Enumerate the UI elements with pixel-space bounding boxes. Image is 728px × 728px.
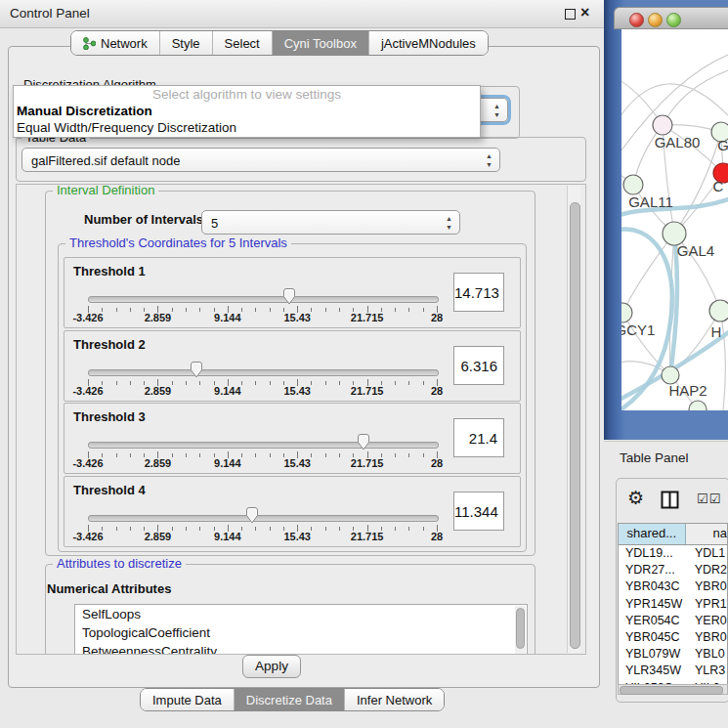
table-row[interactable]: YER054CYER0 — [619, 613, 727, 629]
numerical-attributes-label: Numerical Attributes — [47, 581, 171, 596]
slider-tick-label: 9.144 — [198, 385, 257, 397]
cell-name: YBR0 — [692, 629, 727, 646]
algorithm-popup: Select algorithm to view settings Manual… — [13, 85, 481, 138]
minimize-window-icon[interactable] — [648, 13, 663, 27]
threshold-value-field[interactable]: 21.4 — [453, 418, 504, 457]
tab-network[interactable]: Network — [71, 31, 159, 55]
slider-tick-label: 21.715 — [338, 385, 397, 397]
threshold-value-field[interactable]: 6.316 — [453, 346, 504, 385]
table-row[interactable]: YBR043CYBR0 — [619, 578, 727, 595]
cell-shared-name: YBR045C — [619, 629, 692, 646]
attributes-scrollbar-thumb[interactable] — [516, 608, 525, 649]
float-panel-icon[interactable] — [565, 9, 576, 20]
slider-tick-label: 28 — [407, 385, 466, 397]
divider — [604, 441, 728, 442]
settings-scroll-panel: Interval Definition Number of Intervals … — [16, 184, 586, 655]
threshold-value-field[interactable]: 14.713 — [453, 273, 504, 312]
table-row[interactable]: YDL19...YDL1 — [619, 545, 727, 562]
network-node-gal80[interactable] — [653, 115, 672, 135]
popup-placeholder-item: Select algorithm to view settings — [14, 86, 480, 103]
close-panel-icon[interactable]: × — [580, 4, 589, 21]
network-graph: GAL80GCGAL11GAL4GCY1HHAP2 — [621, 29, 728, 410]
slider-tick-label: 21.715 — [338, 312, 397, 323]
combo-stepper-icon: ▲▼ — [446, 214, 452, 232]
tab-cyni-toolbox[interactable]: Cyni Toolbox — [272, 31, 368, 55]
table-row[interactable]: YBR045CYBR0 — [619, 629, 727, 646]
network-node-label: GAL4 — [677, 242, 714, 259]
tab-jactivemnodules[interactable]: jActiveMNodules — [368, 31, 488, 55]
attribute-item[interactable]: BetweennessCentrality — [75, 642, 527, 655]
popup-item-equal-width-frequency[interactable]: Equal Width/Frequency Discretization — [14, 119, 480, 136]
attributes-group-title: Attributes to discretize — [53, 557, 186, 571]
tab-infer-network[interactable]: Infer Network — [344, 689, 444, 710]
settings-scrollbar-thumb[interactable] — [570, 202, 580, 649]
settings-scrollbar[interactable] — [567, 186, 580, 653]
popup-item-manual-discretization[interactable]: Manual Discretization — [14, 103, 480, 119]
column-layout-icon[interactable] — [661, 491, 679, 513]
table-row[interactable]: YBL079WYBL0 — [619, 646, 727, 663]
cell-name: YPR1 — [692, 596, 727, 613]
tab-label: Cyni Toolbox — [284, 36, 357, 51]
slider-thumb[interactable] — [244, 506, 260, 525]
combo-stepper-icon: ▲▼ — [486, 151, 492, 169]
gear-icon[interactable]: ⚙ — [627, 487, 644, 509]
tab-label: Network — [101, 36, 148, 51]
tab-discretize-data[interactable]: Discretize Data — [234, 689, 344, 710]
network-node-label: GCY1 — [621, 321, 655, 338]
slider-thumb[interactable] — [189, 361, 204, 379]
tab-select[interactable]: Select — [212, 31, 272, 55]
number-of-intervals-combobox[interactable]: 5 ▲▼ — [201, 210, 460, 235]
threshold-panel-3: Threshold 3-3.4262.8599.14415.4321.71528… — [64, 403, 521, 474]
numerical-attributes-list: SelfLoopsTopologicalCoefficientBetweenne… — [74, 604, 528, 655]
network-view-canvas: GAL80GCGAL11GAL4GCY1HHAP2 — [621, 29, 728, 410]
column-header-shared-name[interactable]: shared... — [619, 524, 686, 544]
select-columns-icon[interactable]: ☑☑ — [697, 492, 721, 506]
cell-name: YBL0 — [692, 646, 725, 663]
table-row[interactable]: YDR27...YDR2 — [619, 562, 727, 578]
apply-button[interactable]: Apply — [242, 655, 301, 678]
table-hscrollbar-thumb[interactable] — [620, 686, 723, 695]
cell-name: YLR3 — [692, 663, 725, 679]
network-node-label: HAP2 — [668, 382, 707, 399]
slider-tick-label: 15.43 — [268, 312, 326, 323]
attribute-item[interactable]: TopologicalCoefficient — [75, 623, 527, 642]
slider-track[interactable] — [88, 296, 439, 303]
attributes-list-scrollbar[interactable] — [515, 606, 526, 654]
network-node-gcy1[interactable] — [621, 303, 632, 322]
slider-tick-label: 2.859 — [128, 457, 187, 469]
close-window-icon[interactable] — [629, 13, 644, 27]
slider-track[interactable] — [88, 515, 439, 522]
cell-shared-name: YLR345W — [619, 663, 692, 679]
table-data-combobox[interactable]: galFiltered.sif default node ▲▼ — [21, 148, 500, 172]
table-row[interactable]: YPR145WYPR1 — [619, 596, 727, 613]
network-node-gal11[interactable] — [623, 175, 643, 194]
threshold-label: Threshold 2 — [73, 337, 146, 352]
slider-tick-label: 2.859 — [128, 385, 187, 397]
threshold-value-field[interactable]: 11.344 — [453, 492, 504, 531]
slider-track[interactable] — [88, 442, 439, 449]
interval-definition-title: Interval Definition — [53, 184, 158, 197]
tab-impute-data[interactable]: Impute Data — [141, 689, 234, 710]
slider-tick-label: 28 — [407, 531, 466, 542]
tab-style[interactable]: Style — [159, 31, 212, 55]
slider-tick-label: 15.43 — [268, 531, 326, 542]
slider-thumb[interactable] — [356, 433, 371, 451]
slider-tick-label: 9.144 — [198, 457, 257, 469]
tab-label: Infer Network — [357, 693, 432, 707]
zoom-window-icon[interactable] — [666, 13, 681, 27]
slider-tick-label: 2.859 — [128, 312, 187, 323]
attribute-item[interactable]: SelfLoops — [75, 605, 527, 623]
network-node-h[interactable] — [709, 300, 728, 321]
table-row[interactable]: YLR345WYLR3 — [619, 663, 727, 679]
network-edge — [663, 70, 728, 125]
network-node-label: GAL80 — [655, 134, 701, 150]
tab-label: Style — [172, 36, 200, 51]
column-header-name[interactable]: na — [686, 524, 727, 544]
network-edge — [622, 234, 674, 313]
tab-label: jActiveMNodules — [381, 36, 476, 51]
slider-tick-label: -3.426 — [59, 312, 117, 323]
slider-track[interactable] — [88, 369, 439, 376]
cell-name: YDR2 — [692, 562, 727, 578]
node-table-rows: YDL19...YDL1YDR27...YDR2YBR043CYBR0YPR14… — [619, 545, 727, 695]
slider-thumb[interactable] — [281, 287, 297, 306]
